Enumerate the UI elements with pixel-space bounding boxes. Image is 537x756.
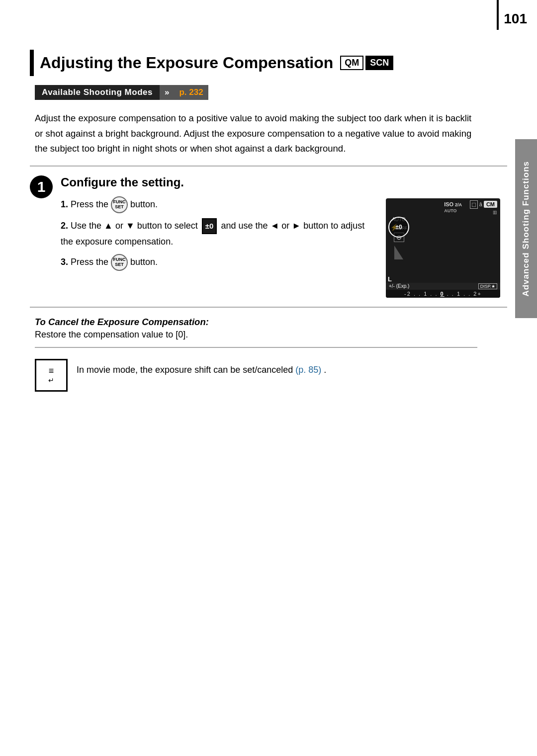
cam-exp-row: +/- (Exp.) DISP.★ <box>386 283 500 290</box>
page-title: Adjusting the Exposure Compensation <box>40 54 333 72</box>
note-icon-content: ≡ ↵ <box>36 360 66 390</box>
page-container: 101 Advanced Shooting Functions Adjustin… <box>0 0 537 756</box>
camera-screen: ISO 2/A AUTO □ â CM <box>386 198 500 298</box>
cam-exp-circle: ±0 <box>388 217 409 238</box>
page-number: 101 <box>504 3 537 27</box>
cam-iso-label: ISO 2/A AUTO <box>444 201 462 214</box>
side-tab-text: Advanced Shooting Functions <box>521 161 531 297</box>
cancel-title: To Cancel the Exposure Compensation: <box>35 317 477 328</box>
step-num-3: 3. <box>61 257 68 267</box>
down-arrow: ▼ <box>126 221 135 231</box>
func-set-button-1: FUNCSET <box>111 196 128 213</box>
shooting-modes-page-ref: p. 232 <box>174 85 208 100</box>
step-instruction-1: 1. Press the FUNCSET button. <box>61 196 376 213</box>
up-arrow: ▲ <box>104 221 113 231</box>
cam-wedge-icon <box>394 246 403 259</box>
step-instruction-2: 2. Use the ▲ or ▼ button to select ±0 an… <box>61 218 376 250</box>
cam-bottom-bar: +/- (Exp.) DISP.★ -2 . . 1 . . 0 . . 1 .… <box>386 283 500 298</box>
cam-main-area: AUTO ⚡OFF ⊙ ±0 <box>386 216 500 270</box>
step-content: Configure the setting. 1. Press the FUNC… <box>56 175 500 298</box>
page-number-bar: 101 <box>497 0 537 30</box>
step-section: 1 Configure the setting. 1. Press the FU… <box>30 166 507 308</box>
cam-timer-icon: ▥ <box>470 210 497 215</box>
cam-view-area <box>412 216 500 270</box>
shooting-modes-chevron: » <box>160 85 174 100</box>
exp-comp-icon: ±0 <box>202 218 217 234</box>
note-text-before: In movie mode, the exposure shift can be… <box>77 365 293 375</box>
note-link[interactable]: (p. 85) <box>295 365 321 375</box>
left-arrow: ◄ <box>270 221 279 231</box>
note-section: ≡ ↵ In movie mode, the exposure shift ca… <box>35 359 507 392</box>
cam-icon-row: □ â CM <box>470 200 497 209</box>
body-text: Adjust the exposure compensation to a po… <box>35 111 477 157</box>
note-icon: ≡ ↵ <box>35 359 68 392</box>
title-section: Adjusting the Exposure Compensation QM S… <box>30 50 507 76</box>
step-instructions: 1. Press the FUNCSET button. 2. Use the … <box>61 196 376 271</box>
mode-badges: QM SCN <box>340 56 393 70</box>
cam-disp-label: DISP.★ <box>478 283 497 289</box>
step-num-1: 1. <box>61 199 68 209</box>
step-instruction-3: 3. Press the FUNCSET button. <box>61 254 376 271</box>
note-text-after: . <box>324 365 326 375</box>
scn-badge: SCN <box>365 56 393 70</box>
cam-scale-row: -2 . . 1 . . 0 . . 1 . . 2+ <box>386 290 500 298</box>
shooting-modes-bar: Available Shooting Modes » p. 232 <box>35 85 507 100</box>
step-title: Configure the setting. <box>61 175 500 189</box>
page-number-line <box>497 0 499 30</box>
step-inner: 1. Press the FUNCSET button. 2. Use the … <box>61 196 500 298</box>
note-lines-icon: ≡ <box>49 366 54 375</box>
cam-right-icons-group: □ â CM ▥ <box>470 200 497 215</box>
cam-top-right: ISO 2/A AUTO □ â CM <box>444 200 497 215</box>
cancel-body: Restore the compensation value to [0]. <box>35 330 477 340</box>
cam-lock-icon: â <box>479 201 482 207</box>
func-set-button-2: FUNCSET <box>111 254 128 271</box>
cam-l-label: L <box>388 275 392 283</box>
cm-mode-badge: CM <box>484 201 497 208</box>
shooting-modes-label: Available Shooting Modes <box>35 85 160 100</box>
step-number: 1 <box>30 175 53 198</box>
right-arrow: ► <box>292 221 301 231</box>
side-tab: Advanced Shooting Functions <box>515 139 537 318</box>
cancel-section: To Cancel the Exposure Compensation: Res… <box>35 317 477 348</box>
cam-square-icon: □ <box>470 200 478 209</box>
cam-top-icons: ISO 2/A AUTO □ â CM <box>386 198 500 216</box>
note-text: In movie mode, the exposure shift can be… <box>77 359 326 378</box>
step-num-2: 2. <box>61 221 68 231</box>
qm-badge: QM <box>340 56 363 70</box>
cam-exp-label: +/- (Exp.) <box>389 283 409 289</box>
note-arrow-icon: ↵ <box>48 376 54 384</box>
